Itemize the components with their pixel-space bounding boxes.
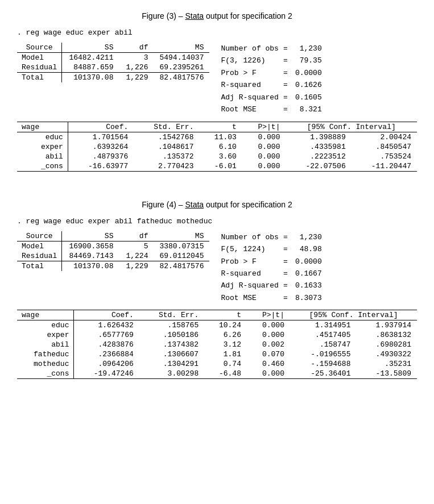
- coef-se: 3.00298: [139, 369, 204, 379]
- table-row: abil .4879376 .135372 3.60 0.000 .222351…: [17, 152, 417, 161]
- coef-se: 2.770423: [134, 161, 199, 172]
- coef-t: 3.60: [199, 152, 242, 161]
- stat-value: 8.321: [290, 103, 324, 115]
- stat-eq: =: [281, 268, 290, 280]
- anova4-header-ss: SS: [62, 231, 121, 241]
- anova-row-ss: 84469.7143: [62, 251, 121, 261]
- figure4-stats: Number of obs = 1,230 F(5, 1224) = 48.98…: [209, 231, 324, 305]
- coef-t: 3.12: [204, 340, 247, 349]
- figure4-container: Figure (4) – Stata output for specificat…: [17, 200, 417, 380]
- anova-row-source: Total: [17, 73, 62, 83]
- stat-label: Root MSE: [218, 103, 280, 115]
- stat-label: Number of obs: [218, 43, 280, 55]
- coef-var: _cons: [17, 161, 68, 172]
- coef-ci-hi: -13.5809: [356, 369, 417, 379]
- figure3-coef-table: wage Coef. Std. Err. t P>|t| [95% Conf. …: [17, 122, 417, 172]
- table-row: educ 1.701564 .1542768 11.03 0.000 1.398…: [17, 132, 417, 142]
- table-row: motheduc .0964206 .1304291 0.74 0.460 -.…: [17, 359, 417, 369]
- coef-ci-lo: -.1594688: [290, 359, 357, 369]
- coef-t: 6.26: [204, 330, 247, 340]
- figure4-anova-wrapper: Source SS df MS Model 16900.3658 5 3380.…: [17, 231, 417, 305]
- figure4-title-text: Figure (4) –: [142, 200, 185, 209]
- coef-value: .4283876: [74, 340, 139, 349]
- coef4-header-p: P>|t|: [247, 310, 290, 320]
- coef-se: .1050186: [139, 330, 204, 340]
- coef-header-wage: wage: [17, 122, 68, 132]
- anova-row-ss: 16900.3658: [62, 241, 121, 251]
- stat-eq: =: [281, 231, 290, 243]
- coef-ci-hi: .753524: [352, 152, 417, 161]
- stat-value: 1,230: [290, 231, 324, 243]
- figure4-title: Figure (4) – Stata output for specificat…: [17, 200, 417, 209]
- anova-row-ms: 82.4817576: [154, 261, 209, 271]
- table-row: exper .6393264 .1048617 6.10 0.000 .4335…: [17, 142, 417, 152]
- coef-p: 0.070: [247, 349, 290, 359]
- table-row: _cons -16.63977 2.770423 -6.01 0.000 -22…: [17, 161, 417, 172]
- coef-var: educ: [17, 320, 74, 331]
- table-row: educ 1.626432 .158765 10.24 0.000 1.3149…: [17, 320, 417, 331]
- anova-row-ss: 101370.08: [62, 73, 121, 83]
- coef-header-ci: [95% Conf. Interval]: [286, 122, 417, 132]
- stat-eq: =: [281, 292, 290, 304]
- coef-se: .158765: [139, 320, 204, 331]
- anova-header-ss: SS: [62, 43, 121, 53]
- anova-row-source: Residual: [17, 251, 62, 261]
- table-row: exper .6577769 .1050186 6.26 0.000 .4517…: [17, 330, 417, 340]
- coef4-header-ci: [95% Conf. Interval]: [290, 310, 417, 320]
- table-row: fatheduc .2366884 .1306607 1.81 0.070 -.…: [17, 349, 417, 359]
- coef-value: -16.63977: [68, 161, 134, 172]
- coef-t: 11.03: [199, 132, 242, 142]
- coef-ci-hi: .6980281: [356, 340, 417, 349]
- figure3-container: Figure (3) – Stata output for specificat…: [17, 11, 417, 172]
- figure3-title: Figure (3) – Stata output for specificat…: [17, 11, 417, 20]
- stat-label: R-squared: [218, 79, 280, 91]
- coef-ci-lo: -25.36401: [290, 369, 357, 379]
- coef-t: 10.24: [204, 320, 247, 331]
- stat-eq: =: [281, 256, 290, 268]
- coef-se: .1374382: [139, 340, 204, 349]
- coef4-header-wage: wage: [17, 310, 74, 320]
- anova-row-ss: 84887.659: [62, 63, 121, 73]
- coef-ci-lo: .4517405: [290, 330, 357, 340]
- coef-se: .1542768: [134, 132, 199, 142]
- coef-ci-hi: .35231: [356, 359, 417, 369]
- anova-row-df: 1,229: [120, 73, 154, 83]
- coef-ci-lo: .4335981: [286, 142, 351, 152]
- stat-eq: =: [281, 103, 290, 115]
- anova-row-ss: 16482.4211: [62, 53, 121, 63]
- stat-value: 0.0000: [290, 256, 324, 268]
- stat-eq: =: [281, 43, 290, 55]
- figure4-command: . reg wage educ exper abil fatheduc moth…: [17, 217, 417, 226]
- coef-p: 0.000: [247, 320, 290, 331]
- coef-header-coef: Coef.: [68, 122, 134, 132]
- figure4-anova-left: Source SS df MS Model 16900.3658 5 3380.…: [17, 231, 209, 271]
- coef-var: exper: [17, 142, 68, 152]
- coef4-header-t: t: [204, 310, 247, 320]
- stat-eq: =: [281, 55, 290, 66]
- coef-p: 0.002: [247, 340, 290, 349]
- stat-value: 8.3073: [290, 292, 324, 304]
- coef-p: 0.000: [242, 152, 286, 161]
- stat-eq: =: [281, 79, 290, 91]
- coef-value: 1.626432: [74, 320, 139, 331]
- anova-row-source: Model: [17, 53, 62, 63]
- coef-var: motheduc: [17, 359, 74, 369]
- table-row: abil .4283876 .1374382 3.12 0.002 .15874…: [17, 340, 417, 349]
- coef-value: .6393264: [68, 142, 134, 152]
- coef-t: -6.01: [199, 161, 242, 172]
- anova4-header-source: Source: [17, 231, 62, 241]
- figure4-title-underline: Stata: [185, 200, 204, 209]
- stat-label: Adj R-squared: [218, 91, 280, 103]
- coef-header-p: P>|t|: [242, 122, 286, 132]
- coef-t: 1.81: [204, 349, 247, 359]
- anova-row-source: Model: [17, 241, 62, 251]
- coef-t: -6.48: [204, 369, 247, 379]
- anova-row-source: Residual: [17, 63, 62, 73]
- anova-row-ms: 69.2395261: [154, 63, 209, 73]
- anova-row-ms: 5494.14037: [154, 53, 209, 63]
- anova-row-ss: 101370.08: [62, 261, 121, 271]
- stat-value: 79.35: [290, 55, 324, 66]
- figure3-stats: Number of obs = 1,230 F(3, 1226) = 79.35…: [209, 43, 324, 116]
- coef-p: 0.000: [247, 330, 290, 340]
- coef-ci-hi: .8450547: [352, 142, 417, 152]
